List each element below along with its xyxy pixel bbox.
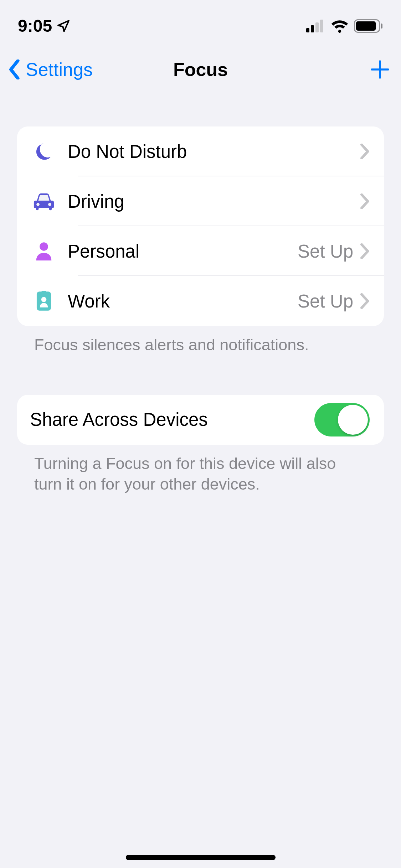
focus-row-work[interactable]: Work Set Up	[17, 276, 384, 326]
share-across-devices-switch[interactable]	[314, 403, 370, 436]
status-left: 9:05	[18, 16, 71, 36]
share-footer: Turning a Focus on for this device will …	[17, 445, 384, 495]
add-button[interactable]	[362, 59, 390, 80]
row-label: Work	[60, 291, 298, 312]
svg-rect-5	[356, 21, 376, 31]
cellular-icon	[306, 20, 325, 32]
svg-point-9	[36, 203, 40, 206]
svg-point-10	[48, 203, 51, 206]
switch-knob	[338, 405, 368, 435]
chevron-right-icon	[360, 193, 370, 209]
svg-rect-6	[381, 24, 382, 29]
row-label: Driving	[60, 191, 353, 212]
svg-rect-3	[320, 20, 323, 32]
plus-icon	[370, 59, 390, 80]
chevron-left-icon	[8, 60, 22, 79]
person-icon	[35, 242, 52, 260]
home-indicator[interactable]	[126, 855, 276, 860]
share-group: Share Across Devices	[17, 395, 384, 445]
focus-row-personal[interactable]: Personal Set Up	[17, 226, 384, 276]
svg-point-14	[41, 297, 47, 302]
icon-slot	[28, 242, 60, 260]
page-title: Focus	[173, 59, 228, 80]
focus-list-footer: Focus silences alerts and notifications.	[17, 326, 384, 356]
moon-icon	[34, 141, 54, 161]
icon-slot	[28, 192, 60, 211]
content: Do Not Disturb Driving	[0, 93, 401, 495]
chevron-right-icon	[360, 144, 370, 159]
chevron-right-icon	[360, 243, 370, 259]
svg-rect-2	[315, 22, 319, 32]
focus-list-group: Do Not Disturb Driving	[17, 126, 384, 326]
share-across-devices-row: Share Across Devices	[17, 395, 384, 445]
row-detail: Set Up	[298, 291, 360, 312]
svg-rect-13	[41, 291, 46, 294]
nav-bar: Settings Focus	[0, 46, 401, 93]
battery-icon	[354, 19, 383, 33]
location-icon	[56, 19, 71, 33]
row-label: Share Across Devices	[28, 409, 314, 430]
back-button[interactable]: Settings	[8, 59, 97, 80]
svg-rect-0	[306, 28, 309, 32]
status-right	[306, 19, 383, 33]
row-label: Personal	[60, 241, 298, 262]
focus-row-do-not-disturb[interactable]: Do Not Disturb	[17, 126, 384, 176]
svg-rect-1	[311, 25, 314, 32]
row-detail: Set Up	[298, 241, 360, 262]
car-icon	[33, 192, 55, 211]
back-label: Settings	[26, 59, 93, 80]
wifi-icon	[330, 19, 349, 33]
row-label: Do Not Disturb	[60, 141, 353, 162]
icon-slot	[28, 291, 60, 311]
status-time: 9:05	[18, 16, 52, 36]
chevron-right-icon	[360, 293, 370, 309]
badge-icon	[36, 291, 52, 311]
icon-slot	[28, 141, 60, 161]
status-bar: 9:05	[0, 0, 401, 46]
focus-row-driving[interactable]: Driving	[17, 176, 384, 226]
svg-point-11	[40, 242, 48, 251]
